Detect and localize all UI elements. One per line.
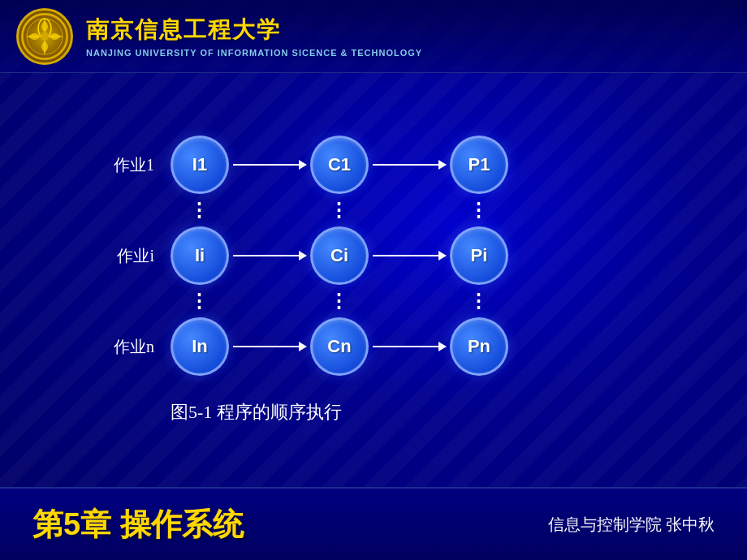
arrow-Cn-Pn — [373, 346, 446, 347]
header: 南京信息工程大学 NANJING UNIVERSITY OF INFORMATI… — [0, 0, 747, 73]
main-content: 作业1 I1 C1 P1 ⋮ ⋮ ⋮ 作业i Ii — [0, 73, 747, 487]
node-I1: I1 — [171, 136, 229, 194]
diagram-row-1: 作业1 I1 C1 P1 — [89, 136, 658, 194]
row-label-2: 作业i — [89, 245, 171, 267]
node-Ii: Ii — [171, 226, 229, 285]
diagram-caption: 图5-1 程序的顺序执行 — [89, 400, 658, 424]
node-In: In — [171, 317, 229, 376]
node-P1: P1 — [450, 136, 508, 194]
nodes-row-3: In Cn Pn — [171, 317, 658, 376]
dots-col-1: ⋮ — [171, 199, 229, 222]
diagram: 作业1 I1 C1 P1 ⋮ ⋮ ⋮ 作业i Ii — [89, 136, 658, 424]
dots2-col-1: ⋮ — [171, 290, 229, 312]
dots-col-3: ⋮ — [450, 199, 508, 222]
diagram-row-2: 作业i Ii Ci Pi — [89, 226, 658, 285]
svg-point-1 — [27, 19, 63, 54]
row-label-3: 作业n — [89, 336, 171, 358]
arrow-In-Cn — [233, 346, 306, 347]
university-name-cn: 南京信息工程大学 — [86, 15, 422, 45]
dots-row-1: ⋮ ⋮ ⋮ — [89, 194, 658, 226]
dots2-col-2: ⋮ — [310, 290, 369, 312]
svg-point-0 — [22, 14, 67, 59]
chapter-title: 第5章 操作系统 — [32, 504, 244, 545]
diagram-row-3: 作业n In Cn Pn — [89, 317, 658, 376]
university-name-en: NANJING UNIVERSITY OF INFORMATION SICENC… — [86, 48, 422, 58]
dots-col-2: ⋮ — [310, 199, 369, 222]
dots-row-2: ⋮ ⋮ ⋮ — [89, 285, 658, 317]
dots2-col-3: ⋮ — [450, 290, 508, 312]
svg-point-2 — [38, 19, 51, 38]
arrow-Ci-Pi — [373, 255, 446, 256]
footer: 第5章 操作系统 信息与控制学院 张中秋 — [0, 487, 747, 560]
university-logo — [16, 8, 73, 65]
arrow-I1-C1 — [233, 164, 306, 166]
arrow-Ii-Ci — [233, 255, 306, 256]
svg-point-5 — [41, 32, 49, 41]
node-Pi: Pi — [450, 226, 508, 285]
nodes-row-2: Ii Ci Pi — [171, 226, 658, 285]
nodes-row-1: I1 C1 P1 — [171, 136, 658, 194]
arrow-C1-P1 — [373, 164, 446, 166]
university-info: 南京信息工程大学 NANJING UNIVERSITY OF INFORMATI… — [86, 15, 422, 58]
node-C1: C1 — [310, 136, 369, 194]
node-Cn: Cn — [310, 317, 369, 376]
node-Pn: Pn — [450, 317, 508, 376]
node-Ci: Ci — [310, 226, 369, 285]
row-label-1: 作业1 — [89, 154, 171, 176]
institute-info: 信息与控制学院 张中秋 — [548, 514, 715, 536]
